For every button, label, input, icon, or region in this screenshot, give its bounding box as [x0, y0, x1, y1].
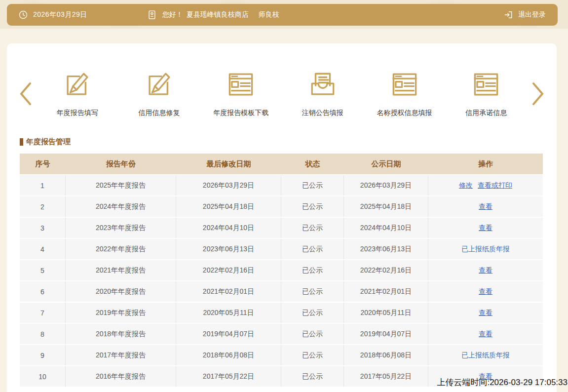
cell-actions: 查看	[428, 281, 543, 302]
cell-index: 6	[20, 281, 66, 302]
logout-button[interactable]: 退出登录	[503, 9, 546, 20]
cell-actions: 查看	[428, 303, 543, 323]
carousel-item-2[interactable]: 信用信息修复	[118, 70, 200, 118]
carousel-item-5[interactable]: 名称授权信息填报	[364, 70, 446, 118]
action-link[interactable]: 查看	[479, 309, 492, 316]
cell-status: 已公示	[281, 303, 344, 323]
cell-index: 3	[20, 218, 66, 238]
column-header-6: 操作	[428, 154, 543, 174]
edit-square-icon	[63, 70, 92, 99]
cell-report-year: 2025年年度报告	[66, 175, 176, 196]
cell-status: 已公示	[281, 324, 344, 344]
table-row: 1 2025年年度报告 2026年03月29日 已公示 2026年03月29日 …	[20, 175, 543, 196]
cell-publish-date: 2025年04月18日	[344, 196, 428, 217]
annual-report-table-wrapper: 序号报告年份最后修改日期状态公示日期操作 1 2025年年度报告 2026年03…	[20, 153, 543, 388]
table-row: 8 2018年年度报告 2019年04月07日 已公示 2019年04月07日 …	[20, 324, 543, 344]
cell-actions: 查看	[428, 260, 543, 280]
cell-publish-date: 2021年02月01日	[344, 281, 428, 302]
carousel-item-6[interactable]: 信用承诺信息	[445, 70, 527, 118]
cell-publish-date: 2022年02月16日	[344, 260, 428, 280]
cell-report-year: 2017年年度报告	[66, 345, 176, 365]
column-header-5: 公示日期	[344, 154, 428, 174]
feature-carousel: 年度报告填写 信用信息修复 年度报告模板下载 注销公告填报 名称授权信息填报 信…	[7, 43, 557, 118]
carousel-prev-button[interactable]	[15, 78, 37, 110]
logout-icon	[503, 9, 514, 20]
cell-modified-date: 2024年04月10日	[176, 218, 281, 238]
cell-index: 2	[20, 196, 66, 217]
action-link[interactable]: 查看	[479, 224, 492, 232]
cell-modified-date: 2020年05月11日	[176, 303, 281, 323]
cell-modified-date: 2025年04月18日	[176, 196, 281, 217]
cell-publish-date: 2017年05月22日	[344, 366, 428, 387]
action-text: 已上报纸质年报	[461, 245, 510, 253]
cell-index: 5	[20, 260, 66, 280]
topbar: 2026年03月29日 您好！ 夏县瑶峰镇良枝商店 师良枝 退出登录	[7, 4, 558, 26]
user-name: 师良枝	[259, 10, 279, 19]
carousel-item-label: 名称授权信息填报	[377, 109, 432, 118]
cell-report-year: 2024年年度报告	[66, 196, 176, 217]
action-link[interactable]: 修改	[459, 181, 473, 189]
cell-actions: 查看	[428, 196, 543, 217]
inbox-doc-icon	[308, 70, 337, 99]
cell-publish-date: 2026年03月29日	[344, 175, 428, 196]
cell-report-year: 2021年年度报告	[66, 260, 176, 280]
table-row: 5 2021年年度报告 2022年02月16日 已公示 2022年02月16日 …	[20, 260, 543, 280]
annual-report-table: 序号报告年份最后修改日期状态公示日期操作 1 2025年年度报告 2026年03…	[20, 153, 543, 388]
logout-label: 退出登录	[518, 10, 546, 19]
cell-modified-date: 2017年05月22日	[176, 366, 281, 387]
cell-index: 7	[20, 303, 66, 323]
cell-modified-date: 2018年06月08日	[176, 345, 281, 365]
content-panel: 年度报告填写 信用信息修复 年度报告模板下载 注销公告填报 名称授权信息填报 信…	[7, 43, 557, 392]
action-link[interactable]: 查看	[479, 202, 492, 210]
cell-actions: 查看	[428, 218, 543, 238]
column-header-3: 最后修改日期	[176, 154, 281, 174]
carousel-item-4[interactable]: 注销公告填报	[282, 70, 364, 118]
cell-actions: 修改查看或打印	[428, 175, 543, 196]
chevron-left-icon	[19, 82, 32, 106]
clock-icon	[18, 9, 29, 20]
cell-index: 9	[20, 345, 66, 365]
cell-status: 已公示	[281, 175, 344, 196]
action-link[interactable]: 查看	[479, 330, 492, 338]
carousel-next-button[interactable]	[527, 78, 549, 110]
cell-status: 已公示	[281, 260, 344, 280]
carousel-item-3[interactable]: 年度报告模板下载	[200, 70, 282, 118]
id-badge-icon	[147, 9, 157, 20]
current-date: 2026年03月29日	[33, 10, 87, 19]
cell-index: 1	[20, 175, 66, 196]
table-row: 6 2020年年度报告 2021年02月01日 已公示 2021年02月01日 …	[20, 281, 543, 302]
browser-doc-icon	[472, 70, 500, 99]
cell-publish-date: 2019年04月07日	[344, 324, 428, 344]
company-name: 夏县瑶峰镇良枝商店	[187, 10, 249, 19]
cell-report-year: 2016年年度报告	[66, 366, 176, 387]
carousel-item-1[interactable]: 年度报告填写	[37, 70, 118, 118]
carousel-item-label: 信用承诺信息	[465, 109, 507, 118]
cell-status: 已公示	[281, 218, 344, 238]
greeting-text: 您好！	[162, 10, 183, 19]
action-link[interactable]: 查看或打印	[478, 181, 512, 189]
cell-actions: 已上报纸质年报	[428, 345, 543, 365]
cell-status: 已公示	[281, 239, 344, 259]
cell-modified-date: 2019年04月07日	[176, 324, 281, 344]
table-row: 7 2019年年度报告 2020年05月11日 已公示 2020年05月11日 …	[20, 303, 543, 323]
cell-actions: 查看	[428, 324, 543, 344]
action-link[interactable]: 查看	[479, 287, 492, 295]
cell-report-year: 2018年年度报告	[66, 324, 176, 344]
cell-index: 8	[20, 324, 66, 344]
section-title-bullet	[20, 138, 23, 146]
browser-doc-icon	[390, 70, 419, 99]
cell-modified-date: 2023年06月13日	[176, 239, 281, 259]
table-row: 2 2024年年度报告 2025年04月18日 已公示 2025年04月18日 …	[20, 196, 543, 217]
chevron-right-icon	[531, 82, 544, 106]
cell-modified-date: 2026年03月29日	[176, 175, 281, 196]
edit-square-icon	[145, 70, 174, 99]
cell-status: 已公示	[281, 196, 344, 217]
column-header-1: 序号	[20, 154, 66, 174]
cell-index: 10	[20, 366, 66, 387]
carousel-item-label: 注销公告填报	[302, 109, 343, 118]
cell-status: 已公示	[281, 366, 344, 387]
action-link[interactable]: 查看	[479, 266, 492, 274]
cell-report-year: 2020年年度报告	[66, 281, 176, 302]
table-row: 9 2017年年度报告 2018年06月08日 已公示 2018年06月08日 …	[20, 345, 543, 365]
cell-publish-date: 2024年04月10日	[344, 218, 428, 238]
